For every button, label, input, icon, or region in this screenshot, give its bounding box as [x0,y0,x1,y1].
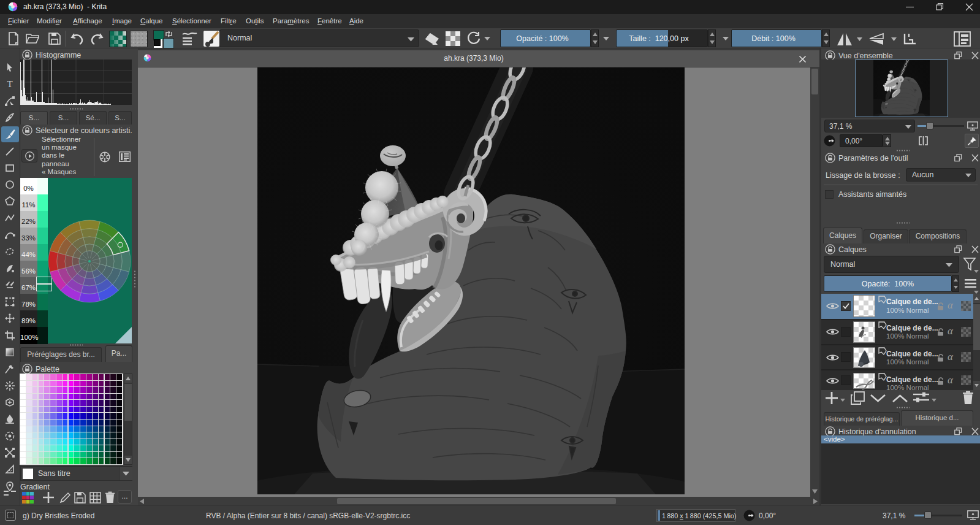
svg-text:T: T [7,79,12,89]
